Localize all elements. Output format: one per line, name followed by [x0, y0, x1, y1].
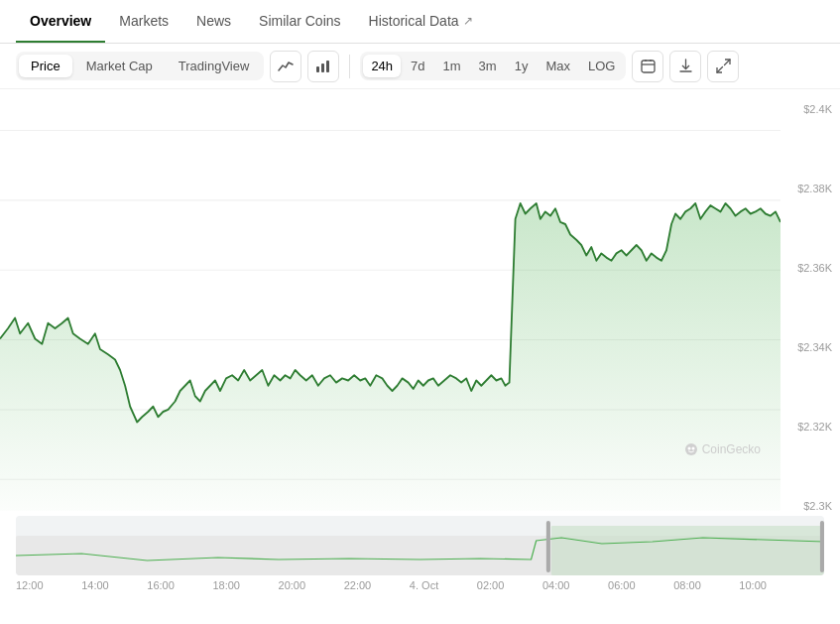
svg-point-19 — [691, 447, 694, 450]
y-axis: $2.4K $2.38K $2.36K $2.34K $2.32K $2.3K — [782, 99, 840, 516]
y-label-2: $2.38K — [782, 183, 840, 194]
tradingview-button[interactable]: TradingView — [167, 55, 262, 77]
expand-icon[interactable] — [707, 51, 739, 82]
svg-line-9 — [724, 60, 730, 65]
svg-rect-23 — [546, 521, 550, 572]
x-label-3: 16:00 — [147, 579, 175, 591]
y-label-5: $2.32K — [782, 421, 840, 433]
svg-point-17 — [685, 443, 697, 455]
x-label-8: 02:00 — [477, 579, 505, 591]
y-label-6: $2.3K — [782, 500, 840, 512]
svg-rect-1 — [321, 63, 324, 72]
toolbar: Price Market Cap TradingView 24h 7d 1m 3… — [0, 44, 840, 89]
tab-markets[interactable]: Markets — [105, 1, 182, 43]
svg-point-18 — [687, 447, 690, 450]
mini-chart[interactable] — [16, 516, 824, 575]
x-label-10: 06:00 — [608, 579, 636, 591]
svg-rect-22 — [551, 526, 824, 575]
x-label-4: 18:00 — [212, 579, 240, 591]
time-max-button[interactable]: Max — [538, 55, 578, 77]
time-log-button[interactable]: LOG — [580, 55, 623, 77]
time-3m-button[interactable]: 3m — [471, 55, 505, 77]
svg-line-10 — [717, 67, 723, 73]
price-button[interactable]: Price — [19, 55, 72, 77]
coingecko-watermark: CoinGecko — [684, 442, 761, 456]
x-label-12: 10:00 — [739, 579, 767, 591]
y-label-3: $2.36K — [782, 262, 840, 274]
line-chart-icon[interactable] — [270, 51, 301, 82]
x-label-6: 22:00 — [344, 579, 372, 591]
toolbar-separator — [349, 55, 350, 78]
market-cap-button[interactable]: Market Cap — [74, 55, 165, 77]
x-axis: 12:00 14:00 16:00 18:00 20:00 22:00 4. O… — [0, 575, 782, 595]
data-type-group: Price Market Cap TradingView — [16, 52, 264, 80]
bar-chart-icon[interactable] — [307, 51, 339, 82]
price-chart-container: $2.4K $2.38K $2.36K $2.34K $2.32K $2.3K … — [0, 89, 840, 516]
x-label-2: 14:00 — [81, 579, 109, 591]
y-label-4: $2.34K — [782, 341, 840, 353]
calendar-icon[interactable] — [632, 51, 663, 82]
chart-area[interactable] — [0, 99, 780, 516]
tab-news[interactable]: News — [182, 1, 245, 43]
x-label-7: 4. Oct — [410, 579, 438, 591]
x-label-9: 04:00 — [542, 579, 570, 591]
x-label-11: 08:00 — [673, 579, 701, 591]
tab-similar-coins[interactable]: Similar Coins — [245, 1, 354, 43]
chart-svg-wrapper — [0, 99, 780, 516]
nav-tabs: Overview Markets News Similar Coins Hist… — [0, 0, 840, 44]
tab-overview[interactable]: Overview — [16, 1, 105, 43]
svg-rect-2 — [326, 61, 329, 72]
watermark-text: CoinGecko — [702, 442, 761, 456]
svg-rect-3 — [642, 61, 655, 72]
time-7d-button[interactable]: 7d — [403, 55, 432, 77]
time-24h-button[interactable]: 24h — [363, 55, 401, 77]
time-1y-button[interactable]: 1y — [507, 55, 537, 77]
svg-rect-0 — [316, 66, 319, 72]
historical-data-label: Historical Data — [369, 13, 459, 29]
external-link-icon: ↗ — [463, 14, 473, 28]
time-1m-button[interactable]: 1m — [435, 55, 469, 77]
download-icon[interactable] — [669, 51, 701, 82]
y-label-1: $2.4K — [782, 103, 840, 115]
x-label-5: 20:00 — [279, 579, 306, 591]
x-label-1: 12:00 — [16, 579, 44, 591]
tab-historical-data[interactable]: Historical Data ↗ — [355, 1, 487, 43]
time-range-group: 24h 7d 1m 3m 1y Max LOG — [360, 52, 626, 80]
svg-rect-24 — [820, 521, 824, 572]
